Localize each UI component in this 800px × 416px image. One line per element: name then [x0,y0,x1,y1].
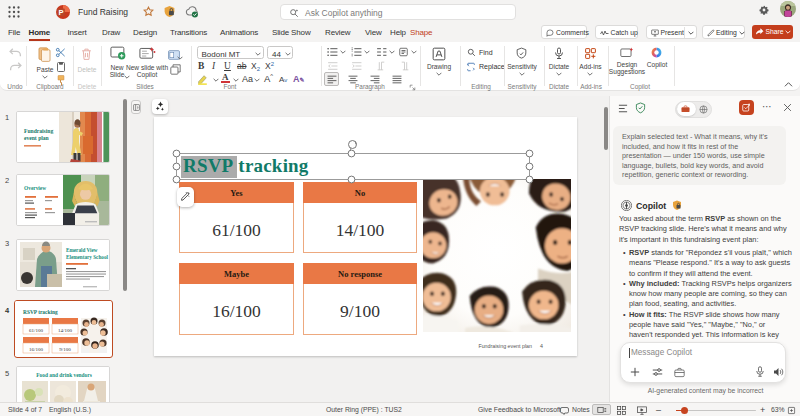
svg-text:P: P [58,8,63,17]
svg-text:RSVP tracking: RSVP tracking [23,309,58,315]
svg-text:Elementary School: Elementary School [66,253,108,259]
svg-text:Fundraising: Fundraising [24,128,53,134]
svg-text:9/100: 9/100 [59,347,71,352]
svg-text:Emerald View: Emerald View [66,247,98,253]
svg-text:event plan: event plan [24,135,50,141]
svg-text:Food and drink vendors: Food and drink vendors [36,372,92,378]
svg-text:14/100: 14/100 [58,328,72,333]
svg-text:Overview: Overview [24,185,46,191]
svg-text:16/100: 16/100 [29,347,43,352]
svg-text:61/100: 61/100 [29,328,43,333]
